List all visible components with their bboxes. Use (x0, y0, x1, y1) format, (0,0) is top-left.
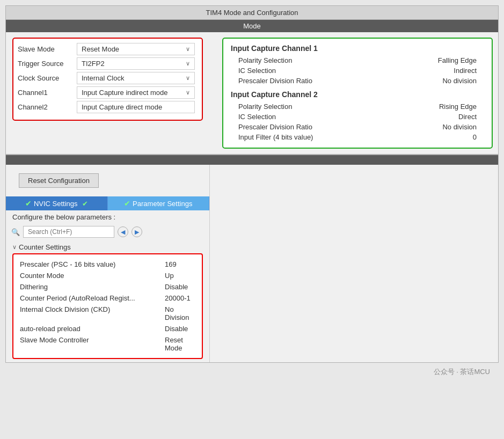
tab-nvic-settings[interactable]: ✔ NVIC Settings ✔ (6, 196, 108, 210)
search-prev-button[interactable]: ◀ (118, 226, 128, 237)
counter-settings-title: ∨ Counter Settings (12, 243, 203, 251)
trigger-source-row: Trigger Source TI2FP2 ∨ (18, 57, 198, 70)
configure-label: Configure the below parameters : (6, 210, 209, 224)
check-icon: ✔ (124, 199, 130, 208)
counter-mode-row: Counter Mode Up (20, 270, 195, 281)
ch2-polarity-row: Polarity Selection Rising Edge (231, 101, 484, 112)
chevron-down-icon: ∨ (186, 89, 190, 96)
counter-period-row: Counter Period (AutoReload Regist... 200… (20, 292, 195, 304)
search-bar: 🔍 ◀ ▶ (6, 224, 209, 240)
channel1-select[interactable]: Input Capture indirect mode ∨ (77, 86, 195, 99)
slave-mode-controller-row: Slave Mode Controller Reset Mode (20, 334, 195, 354)
mode-header: Mode (6, 20, 498, 32)
counter-red-box: Prescaler (PSC - 16 bits value) 169 Coun… (12, 253, 203, 359)
expand-arrow-icon: ∨ (12, 244, 17, 251)
channel1-row: Channel1 Input Capture indirect mode ∨ (18, 86, 198, 99)
ch1-prescaler-row: Prescaler Division Ratio No division (231, 76, 484, 86)
counter-section: ∨ Counter Settings Prescaler (PSC - 16 b… (6, 240, 209, 362)
clock-source-row: Clock Source Internal Clock ∨ (18, 72, 198, 84)
mode-right-col: Input Capture Channel 1 Polarity Selecti… (218, 32, 498, 154)
slave-mode-label: Slave Mode (18, 45, 77, 53)
search-icon: 🔍 (11, 228, 20, 236)
ch1-ic-selection-row: IC Selection Indirect (231, 65, 484, 76)
tab-parameter-settings[interactable]: ✔ Parameter Settings (108, 196, 210, 210)
channel1-label: Channel1 (18, 89, 77, 97)
mode-left-col: Slave Mode Reset Mode ∨ Trigger Source T… (6, 32, 218, 154)
ch2-filter-row: Input Filter (4 bits value) 0 (231, 132, 484, 142)
channel2-row: Channel2 Input Capture direct mode (18, 101, 198, 113)
chevron-down-icon: ∨ (186, 60, 190, 67)
chevron-down-icon: ∨ (186, 75, 190, 82)
reset-configuration-button[interactable]: Reset Configuration (19, 173, 99, 188)
right-config-area (210, 165, 498, 362)
window-title: TIM4 Mode and Configuration (5, 5, 499, 19)
nav-tabs: ✔ NVIC Settings ✔ ✔ Parameter Settings (6, 196, 209, 210)
channel2-select[interactable]: Input Capture direct mode (77, 101, 195, 113)
auto-reload-row: auto-reload preload Disable (20, 323, 195, 334)
dithering-row: Dithering Disable (20, 281, 195, 292)
trigger-source-select[interactable]: TI2FP2 ∨ (77, 57, 195, 70)
search-input[interactable] (23, 226, 114, 238)
watermark: 公众号 · 茶话MCU (5, 363, 499, 379)
chevron-down-icon: ∨ (186, 46, 190, 53)
mode-body-layout: Slave Mode Reset Mode ∨ Trigger Source T… (6, 32, 498, 154)
clock-source-select[interactable]: Internal Clock ∨ (77, 72, 195, 84)
ckd-row: Internal Clock Division (CKD) No Divisio… (20, 304, 195, 323)
clock-source-label: Clock Source (18, 74, 77, 82)
reset-btn-area: Reset Configuration (6, 165, 209, 196)
slave-mode-row: Slave Mode Reset Mode ∨ (18, 43, 198, 55)
channel2-label: Channel2 (18, 103, 77, 111)
mode-section: Mode Slave Mode Reset Mode ∨ (5, 19, 499, 155)
trigger-source-label: Trigger Source (18, 60, 77, 68)
check-icon: ✔ (25, 199, 32, 208)
bottom-section: Reset Configuration ✔ NVIC Settings ✔ ✔ … (5, 155, 499, 363)
slave-mode-select[interactable]: Reset Mode ∨ (77, 43, 195, 55)
ch2-prescaler-row: Prescaler Division Ratio No division (231, 122, 484, 132)
capture-channel2-title: Input Capture Channel 2 (231, 90, 484, 99)
title-text: TIM4 Mode and Configuration (206, 9, 298, 17)
prescaler-row: Prescaler (PSC - 16 bits value) 169 (20, 259, 195, 270)
ch1-polarity-row: Polarity Selection Falling Edge (231, 55, 484, 65)
main-container: TIM4 Mode and Configuration Mode Slave M… (0, 0, 504, 439)
ch2-ic-selection-row: IC Selection Direct (231, 112, 484, 122)
dark-divider (6, 155, 498, 165)
search-next-button[interactable]: ▶ (132, 226, 142, 237)
capture-channel1-title: Input Capture Channel 1 (231, 44, 484, 53)
